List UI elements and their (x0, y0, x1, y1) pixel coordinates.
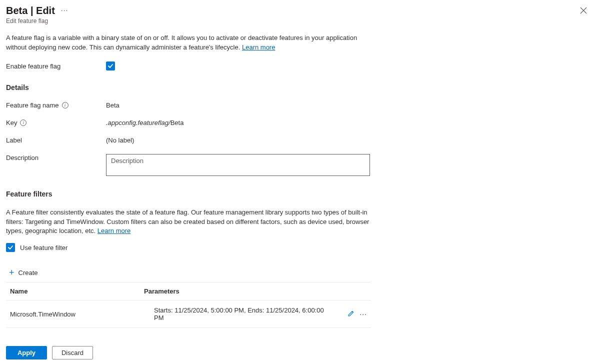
table-row: Microsoft.TimeWindow Starts: 11/25/2024,… (6, 300, 371, 328)
use-filter-checkbox[interactable] (6, 243, 15, 252)
intro-text: A feature flag is a variable with a bina… (6, 34, 357, 51)
filter-table: Name Parameters Microsoft.TimeWindow Sta… (6, 282, 371, 328)
filter-params: Starts: 11/25/2024, 5:00:00 PM, Ends: 11… (140, 300, 331, 328)
page-subtitle: Edit feature flag (6, 18, 68, 24)
info-icon[interactable] (20, 120, 26, 126)
label-label: Label (6, 136, 106, 144)
apply-button[interactable]: Apply (6, 346, 47, 360)
feature-flag-name-value: Beta (106, 102, 120, 109)
intro-learn-more-link[interactable]: Learn more (242, 44, 275, 51)
details-heading: Details (6, 84, 590, 92)
info-icon[interactable] (62, 102, 68, 108)
key-suffix: Beta (170, 119, 184, 126)
filter-name: Microsoft.TimeWindow (6, 300, 140, 328)
edit-icon[interactable] (348, 310, 354, 318)
close-icon[interactable] (577, 5, 590, 18)
create-label: Create (18, 269, 38, 276)
filters-intro-text: A Feature filter consistently evaluates … (6, 208, 369, 235)
page-title: Beta | Edit (6, 5, 55, 16)
col-params-header: Parameters (140, 282, 331, 300)
enable-checkbox[interactable] (106, 62, 115, 70)
label-value: (No label) (106, 136, 134, 144)
plus-icon: + (9, 268, 14, 277)
filters-intro: A Feature filter consistently evaluates … (6, 208, 374, 236)
description-input[interactable] (106, 154, 370, 176)
create-filter-button[interactable]: + Create (6, 268, 590, 277)
description-label: Description (6, 154, 106, 162)
more-icon[interactable]: ··· (360, 310, 367, 318)
key-prefix: .appconfig.featureflag/ (106, 119, 170, 126)
use-filter-label: Use feature filter (20, 244, 68, 252)
key-value: .appconfig.featureflag/Beta (106, 119, 184, 126)
feature-flag-name-label: Feature flag name (6, 102, 59, 109)
key-label: Key (6, 119, 17, 126)
intro-paragraph: A feature flag is a variable with a bina… (6, 34, 374, 52)
more-icon[interactable]: ··· (61, 6, 68, 16)
enable-label: Enable feature flag (6, 62, 106, 70)
filters-heading: Feature filters (6, 190, 590, 198)
col-name-header: Name (6, 282, 140, 300)
filters-learn-more-link[interactable]: Learn more (98, 227, 130, 234)
discard-button[interactable]: Discard (52, 346, 93, 360)
